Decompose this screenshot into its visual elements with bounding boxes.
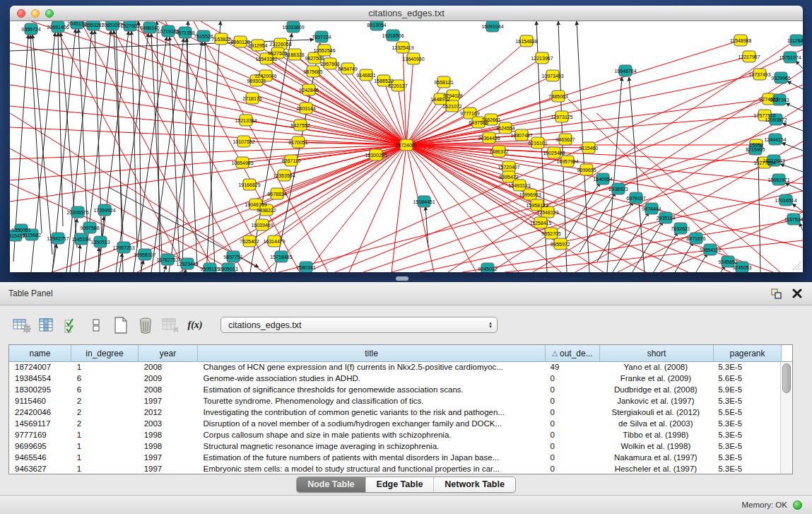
table-cell: 5.3E-5: [712, 419, 780, 430]
graph-node-label: 10107552: [233, 139, 254, 144]
graph-node-label: 12353594: [273, 173, 295, 178]
graph-node-label: 2803144: [296, 106, 315, 111]
graph-node-label: 7515526: [194, 34, 213, 39]
close-panel-icon[interactable]: [792, 288, 802, 298]
table-row[interactable]: 1456911722003Disruption of a novel membe…: [9, 419, 780, 430]
float-window-icon[interactable]: [770, 288, 782, 299]
column-header-name[interactable]: name: [9, 345, 71, 361]
graph-node-label: 13640930: [402, 57, 424, 62]
table-cell: Jankovic et al. (1997): [599, 396, 712, 407]
table-cell: 1: [71, 452, 139, 464]
table-cell: 6: [71, 385, 139, 396]
table-body: 1872400712008Changes of HCN gene express…: [9, 362, 780, 474]
graph-edge: [33, 35, 52, 255]
table-row[interactable]: 911546021997Tourette syndrome. Phenomeno…: [9, 396, 780, 407]
graph-node-label: 16154838: [515, 39, 537, 44]
graph-edge: [81, 21, 215, 272]
node-table: namein_degreeyeartitle△out_de...shortpag…: [8, 344, 793, 474]
function-builder-icon[interactable]: f(x): [184, 316, 206, 334]
tab-edge-table[interactable]: Edge Table: [366, 477, 435, 492]
table-cell: 2: [71, 407, 139, 419]
graph-node-label: 8860128: [230, 40, 249, 45]
table-cell: Genome-wide association studies in ADHD.: [198, 373, 545, 385]
network-window[interactable]: citations_edges.txt 18724007271817612213…: [10, 6, 803, 272]
graph-edge: [758, 157, 760, 272]
table-cell: Corpus callosum shape and size in male p…: [198, 430, 545, 441]
table-toolbar: f(x) citations_edges.txt ▲▼: [0, 305, 812, 344]
table-cell: 18724007: [9, 362, 71, 373]
graph-node-label: 8471676: [686, 236, 705, 241]
column-header-pagerank[interactable]: pagerank: [714, 345, 782, 361]
new-column-icon[interactable]: [110, 316, 131, 334]
graph-edge: [257, 81, 406, 145]
table-combo-select[interactable]: citations_edges.txt ▲▼: [220, 317, 498, 333]
graph-node-label: 8220137: [388, 83, 407, 88]
graph-edge: [187, 38, 197, 265]
table-row[interactable]: 2242004622012Investigating the contribut…: [9, 407, 780, 419]
graph-node-label: 8678834: [267, 192, 286, 197]
table-row[interactable]: 1872400712008Changes of HCN gene express…: [9, 362, 780, 373]
column-header-title[interactable]: title: [198, 345, 546, 361]
graph-node-label: 16091044: [481, 24, 503, 29]
graph-node-label: 9699695: [577, 168, 596, 173]
graph-node-label: 10973493: [541, 74, 563, 78]
table-cell: Investigating the contribution of common…: [198, 407, 545, 419]
graph-node-label: 19046769: [245, 202, 266, 207]
table-cell: Tourette syndrome. Phenomenology and cla…: [198, 396, 545, 407]
graph-node-label: 9245652: [718, 259, 737, 264]
network-window-titlebar[interactable]: citations_edges.txt: [10, 6, 803, 21]
table-row[interactable]: 1938455462009Genome-wide association stu…: [9, 373, 780, 385]
table-cell: 5.6E-5: [712, 373, 780, 385]
column-header-out_de[interactable]: △out_de...: [546, 345, 600, 361]
graph-edge: [782, 123, 803, 131]
tab-network-table[interactable]: Network Table: [434, 477, 515, 492]
table-cell: 49: [545, 362, 599, 373]
tab-node-table[interactable]: Node Table: [297, 477, 365, 492]
panel-splitter-handle[interactable]: [396, 276, 408, 281]
graph-node-label: 20364436: [478, 136, 500, 141]
citation-network-graph: 1872400727181761221338410107552106549851…: [10, 21, 803, 272]
graph-node-label: 9893021: [247, 78, 266, 83]
graph-edge: [406, 145, 476, 272]
vertical-scrollbar[interactable]: [780, 362, 792, 474]
table-row[interactable]: 977716911998Corpus callosum shape and si…: [9, 430, 780, 441]
graph-node-label: 17359924: [93, 208, 115, 213]
table-cell: 0: [545, 396, 599, 407]
resize-grip-icon[interactable]: [790, 259, 801, 271]
graph-node-label: 10654985: [231, 160, 253, 165]
graph-node-label: 9245053: [732, 265, 751, 270]
status-bar: Memory: OK: [0, 495, 812, 514]
graph-node-label: 8395472: [499, 175, 518, 180]
table-row[interactable]: 969969511998Structural magnetic resonanc…: [9, 441, 780, 452]
table-cell: 6: [71, 373, 139, 385]
graph-node-label: 23226058: [269, 42, 291, 47]
table-row[interactable]: 1830029562008Estimation of significance …: [9, 385, 780, 396]
table-row[interactable]: 946554611997Estimation of the future num…: [9, 452, 780, 464]
delete-columns-icon[interactable]: [135, 316, 156, 334]
table-cell: 1997: [139, 396, 198, 407]
table-cell: Dudbridge et al. (2008): [599, 385, 712, 396]
table-row[interactable]: 946362711997Embryonic stem cells: a mode…: [9, 464, 780, 474]
graph-node-label: 15720407: [498, 165, 519, 170]
table-cell: 1: [71, 441, 139, 452]
scrollbar-thumb[interactable]: [782, 363, 791, 393]
column-header-in_degree[interactable]: in_degree: [71, 345, 139, 361]
select-columns-icon[interactable]: [61, 316, 82, 334]
column-header-year[interactable]: year: [139, 345, 198, 361]
delete-table-disabled-icon: [160, 316, 181, 334]
column-header-short[interactable]: short: [600, 345, 714, 361]
graph-node-label: 17957253: [112, 245, 134, 250]
graph-node-label: 1527602: [120, 23, 139, 28]
table-cell: Changes of HCN gene expression and I(f) …: [198, 362, 545, 373]
table-cell: Embryonic stem cells: a model to study s…: [198, 464, 545, 474]
column-visibility-icon[interactable]: [36, 316, 57, 334]
graph-node-label: 22420046: [254, 74, 276, 78]
graph-node-label: 15718485: [270, 255, 292, 259]
table-cell: Wolkin et al. (1998): [599, 441, 712, 452]
graph-node-label: 2935114: [657, 216, 676, 221]
network-canvas[interactable]: 1872400727181761221338410107552106549851…: [10, 21, 803, 272]
graph-node-label: 8813054: [367, 23, 386, 28]
graph-node-label: 11548988: [730, 38, 752, 43]
table-mode-icon[interactable]: [11, 316, 33, 334]
row-height-icon[interactable]: [86, 316, 107, 334]
